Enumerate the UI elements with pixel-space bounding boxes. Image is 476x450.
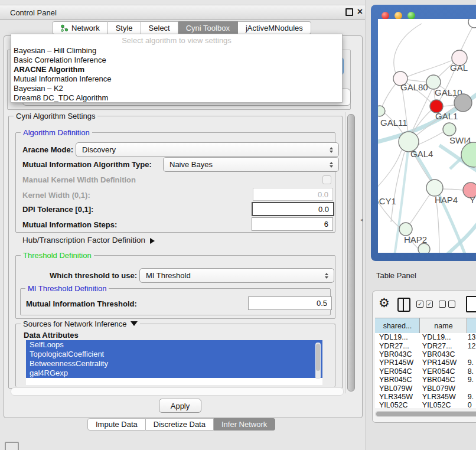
tab-infer-network[interactable]: Infer Network bbox=[214, 418, 275, 431]
close-icon[interactable]: × bbox=[357, 8, 363, 16]
attribute-item-selected[interactable]: SelfLoops bbox=[26, 340, 322, 350]
dropdown-item[interactable]: Dream8 DC_TDC Algorithm bbox=[11, 93, 342, 103]
cell-value: 0 bbox=[464, 401, 476, 408]
table-row[interactable]: YBR045C YBR045C 9. bbox=[375, 376, 476, 384]
table-horizontal-scrollbar[interactable] bbox=[375, 411, 476, 417]
network-canvas[interactable]: GALGAL80GAL10GAL1GAL11SWI4GAL4HAP4YGCY1H… bbox=[378, 19, 476, 253]
cell-value: 9. bbox=[464, 393, 476, 401]
dpi-tolerance-value: 0.0 bbox=[318, 205, 329, 214]
attribute-item-selected[interactable]: TopologicalCoefficient bbox=[26, 350, 322, 359]
table-rows: YDL19... YDL19... 13 YDR27... YDR27... 1… bbox=[375, 333, 476, 408]
table-row[interactable]: YDR27... YDR27... 12 bbox=[375, 341, 476, 350]
tab-infer-network-label: Infer Network bbox=[221, 420, 267, 429]
float-window-icon[interactable] bbox=[345, 8, 353, 16]
tab-jactivemnodules[interactable]: jActiveMNodules bbox=[238, 21, 311, 34]
docked-panel-icon[interactable] bbox=[5, 442, 19, 450]
table-row[interactable]: YIL052C YIL052C 0 bbox=[375, 401, 476, 408]
column-header-shared-label: shared... bbox=[383, 322, 412, 330]
mi-threshold-label: Mutual Information Threshold: bbox=[26, 299, 137, 308]
network-node[interactable] bbox=[468, 19, 476, 28]
table-row[interactable]: YER054C YER054C 8. bbox=[375, 367, 476, 376]
table-row[interactable]: YLR345W YLR345W 9. bbox=[375, 393, 476, 401]
settings-group-title: Cyni Algorithm Settings bbox=[14, 112, 97, 120]
tab-discretize-data[interactable]: Discretize Data bbox=[146, 418, 214, 431]
mi-steps-value: 6 bbox=[324, 220, 328, 229]
unchecked-boxes-icon[interactable] bbox=[439, 301, 455, 308]
table-row[interactable]: YDL19... YDL19... 13 bbox=[375, 333, 476, 341]
cell-value: 13 bbox=[464, 333, 476, 341]
attributes-list-scrollbar[interactable] bbox=[315, 343, 321, 379]
network-node-gal11[interactable] bbox=[378, 106, 385, 116]
columns-icon[interactable] bbox=[397, 298, 410, 312]
dropdown-item[interactable]: ARACNE Algorithm bbox=[11, 65, 342, 74]
manual-kernel-width-label: Manual Kernel Width Definition bbox=[22, 175, 136, 184]
column-header-shared[interactable]: shared... bbox=[375, 318, 420, 334]
cell-value: 8. bbox=[464, 367, 476, 376]
mi-steps-label: Mutual Information Steps: bbox=[22, 220, 117, 229]
network-node[interactable] bbox=[418, 243, 430, 253]
dropdown-item[interactable]: Basic Correlation Inference bbox=[11, 56, 342, 65]
cell-shared: YER054C bbox=[375, 367, 419, 376]
dropdown-item[interactable]: Bayesian – Hill Climbing bbox=[11, 46, 342, 56]
table-row[interactable]: YBL079W YBL079W bbox=[375, 384, 476, 392]
tab-style[interactable]: Style bbox=[108, 21, 141, 34]
attribute-item-selected[interactable]: gal4RGexp bbox=[26, 369, 322, 378]
hub-definition-label: Hub/Transcription Factor Definition bbox=[22, 236, 145, 244]
attribute-item-selected[interactable]: BetweennessCentrality bbox=[26, 359, 322, 369]
settings-vertical-scrollbar[interactable] bbox=[345, 112, 355, 393]
spinner-arrows-icon bbox=[325, 271, 328, 281]
table-row[interactable]: YPR145W YPR145W 9. bbox=[375, 358, 476, 367]
split-pane-handle[interactable]: ◂ bbox=[360, 217, 363, 223]
node-label-gal1: GAL1 bbox=[435, 111, 458, 121]
tab-impute-data-label: Impute Data bbox=[96, 420, 138, 429]
aracne-mode-combobox[interactable]: Discovery bbox=[76, 142, 339, 157]
table-row[interactable]: YBR043C YBR043C bbox=[375, 350, 476, 358]
sources-title-label: Sources for Network Inference bbox=[23, 319, 127, 328]
mi-threshold-input[interactable]: 0.5 bbox=[248, 296, 332, 310]
apply-button[interactable]: Apply bbox=[159, 399, 201, 413]
kernel-width-input[interactable]: 0.0 bbox=[253, 188, 333, 201]
tab-network-label: Network bbox=[71, 24, 100, 32]
cell-shared: YBL079W bbox=[375, 384, 419, 393]
aracne-mode-label: Aracne Mode: bbox=[22, 145, 73, 154]
tab-cyni-toolbox[interactable]: Cyni Toolbox bbox=[178, 21, 238, 34]
checked-boxes-icon[interactable]: ✓✓ bbox=[416, 301, 433, 308]
column-header-partial[interactable] bbox=[467, 318, 476, 334]
cell-name: YBL079W bbox=[419, 384, 464, 393]
algorithm-definition-title: Algorithm Definition bbox=[21, 128, 92, 137]
settings-horizontal-scrollbar[interactable] bbox=[11, 387, 344, 396]
which-threshold-combobox[interactable]: MI Threshold bbox=[139, 268, 334, 283]
network-node-swi4[interactable] bbox=[443, 123, 456, 136]
hub-definition-toggle[interactable]: Hub/Transcription Factor Definition bbox=[22, 236, 158, 244]
network-node-hap4[interactable] bbox=[426, 180, 443, 196]
cell-value: 12 bbox=[464, 342, 476, 350]
sources-title[interactable]: Sources for Network Inference bbox=[21, 319, 140, 330]
cell-shared: YLR345W bbox=[375, 393, 419, 401]
network-node[interactable] bbox=[454, 94, 472, 112]
dropdown-item[interactable]: Bayesian – K2 bbox=[11, 84, 342, 93]
cell-shared: YPR145W bbox=[375, 358, 419, 367]
network-canvas-svg: GALGAL80GAL10GAL1GAL11SWI4GAL4HAP4YGCY1H… bbox=[378, 19, 476, 253]
tab-select[interactable]: Select bbox=[141, 21, 178, 34]
manual-kernel-width-checkbox[interactable] bbox=[322, 175, 331, 184]
mi-algorithm-type-combobox[interactable]: Naive Bayes bbox=[163, 157, 339, 172]
tab-impute-data[interactable]: Impute Data bbox=[87, 418, 146, 431]
dropdown-item[interactable]: Mutual Information Inference bbox=[11, 74, 342, 84]
tab-network[interactable]: Network bbox=[52, 21, 108, 34]
cell-shared: YBR045C bbox=[375, 376, 419, 384]
cell-name: YER054C bbox=[419, 367, 464, 376]
cell-name: YBR045C bbox=[419, 376, 464, 384]
network-node-hap2[interactable] bbox=[399, 223, 412, 236]
threshold-definition-title: Threshold Definition bbox=[21, 251, 94, 260]
dpi-tolerance-input[interactable]: 0.0 bbox=[252, 202, 334, 216]
column-header-name[interactable]: name bbox=[420, 318, 467, 334]
mi-steps-input[interactable]: 6 bbox=[252, 217, 333, 231]
gear-icon[interactable]: ⚙ bbox=[379, 296, 390, 309]
kernel-width-value: 0.0 bbox=[318, 190, 328, 199]
data-attributes-label: Data Attributes bbox=[24, 331, 79, 340]
table-mode-icon[interactable] bbox=[466, 296, 476, 312]
node-label-gcy1: GCY1 bbox=[378, 196, 396, 206]
table-panel: ⚙ ✓✓ shared... name YDL19... YDL19... 13 bbox=[372, 291, 476, 423]
mi-threshold-value: 0.5 bbox=[317, 299, 327, 308]
data-attributes-list[interactable]: SelfLoopsTopologicalCoefficientBetweenne… bbox=[26, 340, 322, 385]
